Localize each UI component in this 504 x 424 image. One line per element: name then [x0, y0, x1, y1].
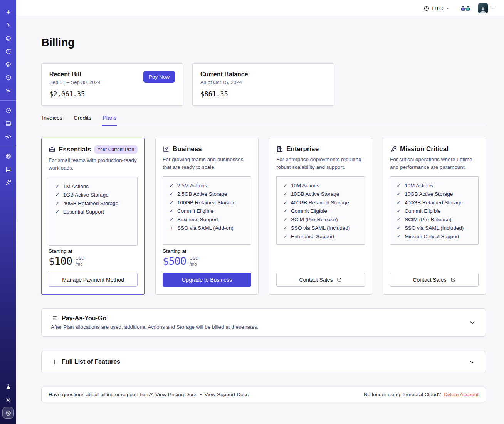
plan-feature: ✓1GB Active Storage	[55, 191, 135, 199]
gauge-icon	[5, 107, 12, 114]
plan-feature-text: 400GB Retained Storage	[405, 199, 463, 207]
plan-feature-text: SCIM (Pre-Release)	[405, 215, 452, 224]
sidebar-item-chevron-right[interactable]	[2, 19, 14, 31]
pay-now-button[interactable]: Pay Now	[143, 71, 175, 83]
chevron-down-icon[interactable]	[469, 319, 476, 326]
tab-plans[interactable]: Plans	[102, 115, 117, 126]
check-icon: ✓	[283, 207, 287, 215]
sidebar-item-rocket[interactable]	[2, 177, 14, 188]
chevron-down-icon[interactable]	[469, 358, 476, 366]
flask-icon	[5, 384, 12, 390]
upgrade-to-business-button[interactable]: Upgrade to Business	[163, 273, 251, 287]
plan-price: $500	[163, 255, 186, 267]
plan-button-label: Upgrade to Business	[182, 277, 232, 283]
plan-button-label: Contact Sales	[299, 277, 333, 283]
starting-at-label: Starting at	[49, 248, 138, 254]
plan-period: /mo	[76, 261, 84, 267]
pay-as-you-go-section[interactable]: Pay-As-You-Go After Plan allocations are…	[41, 308, 486, 337]
plan-feature-text: 100GB Retained Storage	[177, 199, 235, 207]
check-icon: ✓	[169, 182, 174, 190]
layers-icon	[5, 61, 12, 68]
topbar: UTC	[16, 0, 504, 17]
plan-feature: ✓400GB Retained Storage	[283, 199, 362, 207]
tab-credits[interactable]: Credits	[73, 115, 92, 126]
sidebar-item-book[interactable]	[2, 163, 14, 175]
delete-account-link[interactable]: Delete Account	[444, 392, 479, 397]
sidebar-item-dollar-coin[interactable]	[2, 407, 14, 419]
check-icon: ✓	[396, 224, 401, 232]
check-icon: ✓	[55, 199, 60, 208]
plan-card: Business For growing teams and businesse…	[155, 138, 259, 295]
plan-feature: ✓Mission Critical Support	[396, 232, 476, 241]
check-icon: ✓	[396, 199, 401, 207]
sidebar-item-gauge[interactable]	[2, 104, 14, 116]
plan-feature-text: SSO via SAML (Included)	[291, 224, 350, 232]
plan-feature: ✓2.5GB Active Storage	[169, 190, 249, 199]
plan-feature: ✓100GB Retained Storage	[169, 199, 249, 207]
plan-button-label: Contact Sales	[413, 277, 446, 283]
billing-tabs: Invoices Credits Plans	[41, 115, 486, 126]
sidebar-item-timer[interactable]	[2, 45, 14, 57]
sidebar-item-gear[interactable]	[2, 131, 14, 142]
sidebar-item-cube[interactable]	[2, 72, 14, 83]
plan-feature: ✓40GB Retained Storage	[55, 199, 135, 208]
billing-card-icon	[5, 120, 12, 127]
plan-feature-text: 10GB Active Storage	[291, 190, 339, 199]
sidebar-item-billing-card[interactable]	[2, 118, 14, 129]
tab-invoices[interactable]: Invoices	[41, 115, 63, 126]
rocket-icon	[5, 179, 12, 186]
plan-currency: USD	[190, 256, 198, 261]
view-pricing-docs-link[interactable]: View Pricing Docs	[155, 392, 197, 397]
sidebar-item-temporal-logo[interactable]	[2, 6, 14, 18]
plan-feature: ✓1M Actions	[55, 182, 135, 191]
plan-feature-text: 1M Actions	[63, 182, 89, 191]
sidebar-item-sun[interactable]	[2, 394, 14, 405]
full-features-title: Full List of Features	[62, 358, 120, 365]
view-support-docs-link[interactable]: View Support Docs	[204, 392, 249, 397]
full-features-section[interactable]: Full List of Features	[41, 351, 486, 373]
sidebar-item-spiral[interactable]	[2, 32, 14, 44]
plan-feature: ✓Enterprise Support	[283, 232, 362, 241]
glasses-icon[interactable]	[461, 5, 470, 12]
plan-feature: ✓2.5M Actions	[169, 182, 249, 190]
check-icon: ✓	[283, 224, 287, 232]
check-icon: ✓	[55, 182, 60, 191]
plan-feature-text: Commit Eligible	[405, 207, 441, 215]
plan-feature: ✓10GB Active Storage	[283, 190, 362, 199]
recent-bill-card: Recent Bill Sep 01 – Sep 30, 2024 $2,061…	[41, 63, 183, 106]
check-icon: ✓	[396, 232, 401, 241]
timezone-selector[interactable]: UTC	[423, 5, 451, 12]
current-balance-asof: As of Oct 15, 2024	[200, 79, 248, 85]
plan-feature: ✓SCIM (Pre-Release)	[283, 215, 362, 224]
billing-footer: Have questions about billing or support …	[41, 387, 486, 402]
check-icon: ✓	[169, 190, 174, 199]
plan-feature-list: ✓10M Actions✓10GB Active Storage✓400GB R…	[390, 176, 479, 245]
check-icon: ✓	[283, 190, 287, 199]
check-icon: ✓	[283, 199, 287, 207]
check-icon: ✓	[283, 182, 287, 190]
plan-card: Mission Critical For critical operations…	[383, 138, 486, 295]
rocket-icon	[390, 146, 397, 153]
page-title: Billing	[41, 36, 486, 49]
chevron-right-icon	[5, 22, 12, 29]
recent-bill-period: Sep 01 – Sep 30, 2024	[49, 79, 101, 85]
sidebar-item-layers[interactable]	[2, 59, 14, 70]
plan-description: For small teams with production-ready wo…	[49, 156, 138, 172]
sidebar-item-lifebuoy[interactable]	[2, 150, 14, 162]
current-plan-badge: Your Current Plan	[94, 145, 138, 154]
contact-sales-button[interactable]: Contact Sales	[276, 273, 365, 287]
current-balance-card: Current Balance As of Oct 15, 2024 $861.…	[192, 63, 334, 106]
contact-sales-button[interactable]: Contact Sales	[390, 273, 479, 287]
manage-payment-method-button[interactable]: Manage Payment Method	[49, 273, 138, 287]
external-link-icon	[450, 277, 456, 283]
check-icon: ✓	[169, 207, 174, 215]
gear-icon	[5, 133, 12, 140]
sidebar-item-asterisk[interactable]	[2, 85, 14, 96]
user-menu[interactable]	[478, 3, 496, 13]
starting-at-label: Starting at	[163, 248, 251, 254]
plan-description: For enterprise deployments requiring rob…	[276, 156, 365, 171]
plan-feature-text: Commit Eligible	[291, 207, 327, 215]
plan-feature-text: 2.5GB Active Storage	[177, 190, 227, 199]
check-icon: ✓	[283, 215, 287, 224]
sidebar-item-flask[interactable]	[2, 381, 14, 392]
